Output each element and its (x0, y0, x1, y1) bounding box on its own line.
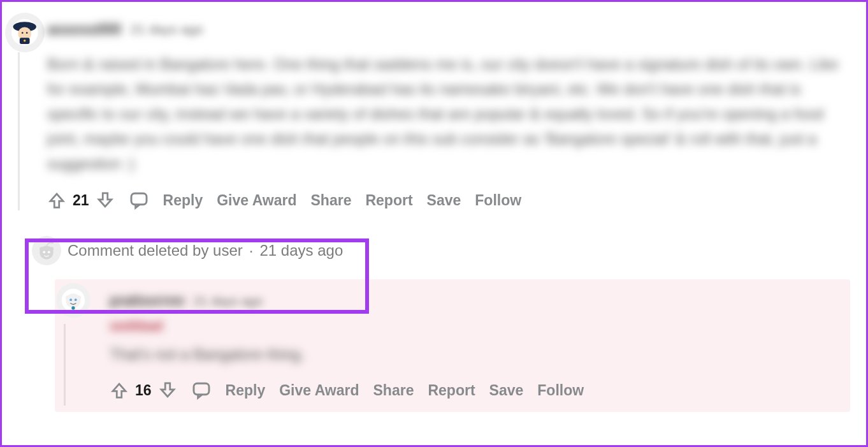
upvote-button[interactable] (110, 381, 129, 400)
svg-point-4 (22, 33, 24, 34)
thread-line (64, 324, 66, 406)
arrow-up-icon (110, 381, 129, 400)
give-award-button[interactable]: Give Award (217, 192, 296, 209)
follow-button[interactable]: Follow (475, 192, 521, 209)
arrow-up-icon (47, 191, 66, 210)
downvote-button[interactable] (96, 191, 115, 210)
vote-group: 21 (47, 191, 115, 210)
avatar-custom-icon (11, 18, 38, 46)
svg-point-21 (71, 307, 75, 310)
username[interactable]: assoss000 (47, 21, 121, 38)
comment-header: assoss000 21 days ago (47, 11, 850, 47)
report-button[interactable]: Report (428, 382, 475, 399)
deleted-comment: Comment deleted by user · 21 days ago (18, 230, 850, 412)
deleted-label: Comment deleted by user (68, 242, 243, 260)
deleted-timestamp: 21 days ago (259, 242, 343, 260)
downvote-button[interactable] (158, 381, 177, 400)
save-button[interactable]: Save (489, 382, 524, 399)
timestamp: 21 days ago (193, 294, 263, 309)
avatar[interactable] (56, 283, 90, 318)
vote-group: 16 (110, 381, 177, 400)
svg-point-12 (51, 242, 54, 244)
svg-point-14 (48, 251, 50, 254)
comment-body: That's not a Bangalore thing. (110, 342, 843, 367)
comment-body: Born & raised in Bangalore here. One thi… (47, 52, 850, 176)
reply-button[interactable]: Reply (163, 192, 203, 209)
follow-button[interactable]: Follow (537, 382, 584, 399)
nested-comment: prattsvrrnn 21 days ago smthbad That's n… (55, 279, 850, 412)
give-award-button[interactable]: Give Award (279, 382, 359, 399)
user-flair: smthbad (110, 319, 163, 333)
upvote-button[interactable] (47, 191, 66, 210)
svg-point-13 (43, 251, 45, 254)
speech-bubble-icon (129, 190, 149, 210)
comment: assoss000 21 days ago Born & raised in B… (18, 11, 850, 210)
vote-score: 16 (135, 382, 152, 399)
username[interactable]: prattsvrrnn (110, 293, 184, 309)
comment-icon-button[interactable] (129, 190, 149, 210)
comment-actions: 21 Reply Give Award Share Report Save Fo… (47, 190, 850, 210)
reply-button[interactable]: Reply (226, 382, 266, 399)
svg-rect-22 (194, 384, 209, 395)
svg-point-20 (75, 299, 77, 302)
svg-point-18 (76, 296, 82, 301)
comment-header: prattsvrrnn 21 days ago (110, 286, 843, 316)
comment-actions: 16 Reply Give Award Share Report Save Fo… (110, 380, 843, 400)
timestamp: 21 days ago (130, 22, 203, 37)
svg-point-19 (69, 299, 72, 302)
avatar-placeholder (32, 236, 61, 265)
share-button[interactable]: Share (311, 192, 352, 209)
svg-point-17 (66, 296, 71, 301)
svg-rect-8 (131, 194, 147, 205)
thread-line (18, 52, 20, 210)
share-button[interactable]: Share (373, 382, 414, 399)
save-button[interactable]: Save (427, 192, 461, 209)
arrow-down-icon (96, 191, 115, 210)
separator: · (249, 242, 254, 260)
report-button[interactable]: Report (365, 192, 412, 209)
snoo-placeholder-icon (34, 238, 59, 263)
vote-score: 21 (73, 192, 89, 209)
comment-thread: assoss000 21 days ago Born & raised in B… (0, 0, 868, 412)
svg-point-10 (40, 247, 44, 252)
speech-bubble-icon (191, 380, 212, 400)
avatar[interactable] (5, 13, 45, 52)
arrow-down-icon (158, 381, 177, 400)
svg-point-11 (49, 247, 54, 252)
comment-icon-button[interactable] (191, 380, 212, 400)
avatar-custom-icon (61, 288, 85, 312)
svg-point-5 (26, 33, 28, 34)
svg-point-7 (24, 40, 25, 41)
